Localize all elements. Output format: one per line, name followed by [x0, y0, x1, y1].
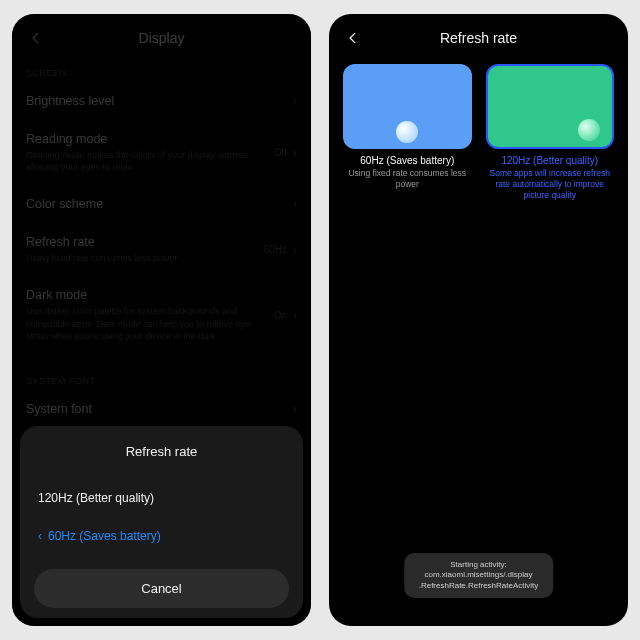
option-120hz[interactable]: 120Hz (Better quality) [34, 479, 289, 517]
option-desc: Some apps will increase refresh rate aut… [486, 168, 615, 201]
preview-ball-icon [396, 121, 418, 143]
display-settings-screen: Display SCREEN Brightness level › Readin… [12, 14, 311, 626]
row-title: Color scheme [26, 197, 293, 211]
row-desc: Reading mode makes the colors of your di… [26, 149, 266, 173]
chevron-left-icon [29, 31, 43, 45]
option-title: 120Hz (Better quality) [486, 155, 615, 166]
page-title: Display [12, 30, 311, 46]
preview-ball-icon [578, 119, 600, 141]
row-refresh-rate[interactable]: Refresh rate Using fixed rate consumes l… [26, 223, 297, 276]
activity-toast: Starting activity: com.xiaomi.misettings… [404, 553, 554, 598]
row-value: Off [274, 147, 287, 158]
refresh-rate-screen: Refresh rate 60Hz (Saves battery) Using … [329, 14, 628, 626]
refresh-rate-sheet: Refresh rate 120Hz (Better quality) 60Hz… [20, 426, 303, 618]
cancel-button[interactable]: Cancel [34, 569, 289, 608]
header: Display [12, 14, 311, 58]
chevron-right-icon: › [293, 308, 297, 322]
page-title: Refresh rate [329, 30, 628, 46]
chevron-left-icon [346, 31, 360, 45]
chevron-right-icon: › [293, 243, 297, 257]
row-title: Reading mode [26, 132, 274, 146]
option-card-120hz[interactable] [486, 64, 615, 149]
row-desc: Use darker color palette for system back… [26, 305, 266, 341]
row-system-font[interactable]: System font › [26, 390, 297, 428]
chevron-right-icon: › [293, 197, 297, 211]
row-title: Brightness level [26, 94, 293, 108]
row-color-scheme[interactable]: Color scheme › [26, 185, 297, 223]
back-button[interactable] [343, 28, 363, 48]
settings-list: SCREEN Brightness level › Reading mode R… [12, 58, 311, 466]
option-card-60hz[interactable] [343, 64, 472, 149]
row-title: Dark mode [26, 288, 274, 302]
option-60hz[interactable]: 60Hz (Saves battery) [34, 517, 289, 555]
row-brightness[interactable]: Brightness level › [26, 82, 297, 120]
option-title: 60Hz (Saves battery) [343, 155, 472, 166]
rate-options: 60Hz (Saves battery) Using fixed rate co… [329, 58, 628, 209]
chevron-right-icon: › [293, 94, 297, 108]
chevron-right-icon: › [293, 402, 297, 416]
row-value: On [274, 310, 287, 321]
row-dark-mode[interactable]: Dark mode Use darker color palette for s… [26, 276, 297, 353]
row-desc: Using fixed rate consumes less power [26, 252, 264, 264]
row-reading-mode[interactable]: Reading mode Reading mode makes the colo… [26, 120, 297, 185]
sheet-title: Refresh rate [34, 444, 289, 459]
back-button[interactable] [26, 28, 46, 48]
chevron-right-icon: › [293, 146, 297, 160]
section-label-screen: SCREEN [26, 68, 297, 78]
row-value: 60Hz [264, 244, 287, 255]
row-title: Refresh rate [26, 235, 264, 249]
option-desc: Using fixed rate consumes less power [343, 168, 472, 190]
row-title: System font [26, 402, 293, 416]
header: Refresh rate [329, 14, 628, 58]
section-label-font: SYSTEM FONT [26, 376, 297, 386]
